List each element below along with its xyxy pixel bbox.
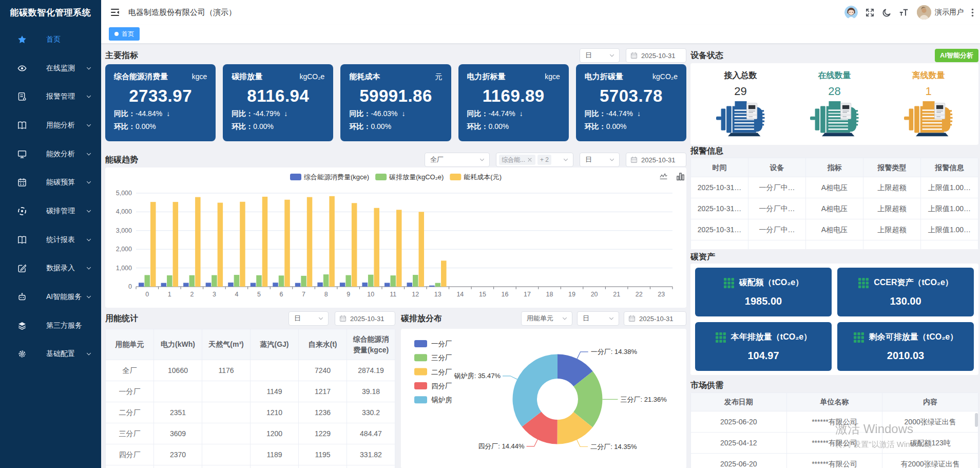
sidebar-item-5[interactable]: 能碳预算 [0, 168, 101, 197]
trend-bar[interactable] [150, 202, 156, 287]
username[interactable]: 演示用户 [935, 8, 964, 17]
trend-bar[interactable] [139, 283, 144, 287]
trend-bar[interactable] [329, 196, 335, 287]
sidebar-item-4[interactable]: 能效分析 [0, 140, 101, 169]
sidebar-item-2[interactable]: 报警管理 [0, 82, 101, 111]
trend-bar[interactable] [189, 275, 195, 287]
trend-bar[interactable] [429, 286, 435, 287]
market-row[interactable]: 2025-06-20******有限公司2000张绿证出售 [691, 411, 978, 433]
trend-bar[interactable] [212, 275, 217, 287]
trend-bar[interactable] [323, 274, 329, 287]
trend-bar[interactable] [301, 276, 306, 287]
more-menu-icon[interactable] [968, 8, 977, 17]
energy-row[interactable]: 全厂10660117672402874.19 [106, 360, 395, 381]
sidebar-item-0[interactable]: 首页 [0, 25, 101, 54]
trend-bar[interactable] [419, 212, 425, 287]
sidebar-item-7[interactable]: 统计报表 [0, 226, 101, 254]
trend-bar[interactable] [307, 197, 313, 287]
trend-bar-chart[interactable]: 01,0002,0003,0004,0005,00001234567891011… [105, 167, 686, 308]
trend-bar[interactable] [240, 202, 245, 287]
trend-bar[interactable] [279, 275, 284, 287]
trend-bar[interactable] [390, 275, 396, 287]
trend-bar[interactable] [173, 202, 179, 287]
menu-fold-icon[interactable] [110, 7, 120, 17]
trend-bar[interactable] [251, 283, 256, 287]
trend-scope-select[interactable]: 全厂 [425, 153, 490, 167]
alarm-row[interactable]: 2025-10-31…一分厂中…A相电压上限超额上限值1.00… [691, 177, 978, 198]
alarm-row[interactable] [691, 240, 978, 250]
trend-metric-multiselect[interactable]: 综合能... + 2 [496, 153, 573, 167]
sidebar-item-10[interactable]: 第三方服务 [0, 311, 101, 340]
trend-bar[interactable] [435, 283, 441, 287]
sidebar-item-label: 数据录入 [46, 264, 86, 273]
energy-row[interactable]: 一分厂1149121739.18 [106, 381, 395, 402]
trend-bar[interactable] [262, 197, 267, 287]
alarm-row[interactable]: 2025-10-31…一分厂中…A相电压上限超额上限值1.00… [691, 198, 978, 219]
energy-row[interactable]: 二分厂235112101236330.2 [106, 402, 395, 423]
trend-bar[interactable] [183, 283, 189, 287]
market-scrollbar[interactable] [975, 413, 978, 427]
trend-bar[interactable] [295, 283, 301, 287]
trend-bar[interactable] [228, 283, 234, 287]
trend-bar[interactable] [256, 275, 262, 287]
trend-bar[interactable] [345, 275, 351, 287]
energy-row[interactable]: 四分厂237011891195331.82 [106, 444, 395, 465]
distribution-unit-select[interactable]: 用能单元 [521, 311, 572, 326]
trend-bar[interactable] [206, 283, 212, 287]
kpi-period-select[interactable]: 日 [580, 48, 620, 63]
close-icon[interactable] [527, 157, 533, 163]
sidebar-item-11[interactable]: 基础配置 [0, 340, 101, 369]
trend-bar[interactable] [396, 210, 402, 287]
donut-slice-锅炉房[interactable] [512, 354, 558, 427]
assistant-avatar[interactable] [844, 6, 858, 19]
alarm-row[interactable]: 2025-10-31…一分厂中…A相电压上限超额上限值1.00… [691, 219, 978, 240]
trend-bar[interactable] [317, 283, 323, 287]
trend-bar[interactable] [195, 197, 201, 287]
trend-bar[interactable] [234, 275, 240, 287]
trend-bar[interactable] [273, 283, 278, 287]
trend-bar[interactable] [374, 208, 379, 287]
dark-mode-icon[interactable] [882, 8, 892, 17]
distribution-date-picker[interactable]: 2025-10-31 [624, 311, 686, 326]
trend-bar[interactable] [167, 275, 172, 287]
trend-bar[interactable] [385, 283, 390, 287]
trend-bar[interactable] [161, 283, 167, 287]
emission-donut-chart[interactable]: 一分厂: 14.38%三分厂: 21.36%二分厂: 14.35%四分厂: 14… [401, 329, 686, 468]
trend-bar[interactable] [441, 260, 447, 287]
trend-bar[interactable] [413, 275, 418, 287]
trend-bar[interactable] [340, 283, 345, 287]
sidebar-item-6[interactable]: 碳排管理 [0, 197, 101, 226]
kpi-card-1: 碳排放量kgCO₂e8116.94同比：-44.79%↓环比：0.00% [223, 64, 333, 141]
trend-bar[interactable] [362, 283, 368, 287]
distribution-period-select[interactable]: 日 [577, 311, 619, 326]
kpi-date-picker[interactable]: 2025-10-31 [626, 48, 686, 63]
font-size-icon[interactable] [899, 8, 909, 17]
svg-text:锅炉房: 锅炉房 [431, 396, 452, 404]
energy-date-picker[interactable]: 2025-10-31 [335, 311, 395, 326]
trend-period-select[interactable]: 日 [580, 153, 620, 167]
svg-text:四分厂: 四分厂 [431, 382, 452, 390]
energy-row[interactable] [106, 465, 395, 468]
trend-bar[interactable] [284, 200, 290, 287]
tab-home[interactable]: 首页 [109, 27, 140, 41]
trend-bar[interactable] [368, 275, 374, 287]
trend-bar[interactable] [407, 283, 413, 287]
trend-bar[interactable] [218, 203, 223, 287]
trend-bar[interactable] [145, 275, 150, 287]
user-avatar[interactable] [917, 5, 931, 20]
ai-analysis-button[interactable]: AI智能分析 [935, 49, 978, 62]
fullscreen-icon[interactable] [865, 8, 875, 17]
sidebar-item-8[interactable]: 数据录入 [0, 254, 101, 283]
bar-chart-toggle-icon[interactable] [676, 172, 685, 181]
sidebar-item-9[interactable]: AI智能服务 [0, 283, 101, 311]
market-row[interactable]: 2025-04-12******有限公司碳配额123吨 [691, 433, 978, 454]
trend-date-picker[interactable]: 2025-10-31 [626, 153, 686, 167]
energy-period-select[interactable]: 日 [289, 311, 329, 326]
sidebar-item-3[interactable]: 用能分析 [0, 111, 101, 140]
line-chart-toggle-icon[interactable] [659, 172, 668, 181]
market-row[interactable]: 2025-06-20******有限公司有2000张绿证出售 [691, 454, 978, 468]
trend-bar[interactable] [352, 203, 357, 287]
sidebar-item-1[interactable]: 在线监测 [0, 54, 101, 83]
energy-row[interactable]: 三分厂360912001229484.47 [106, 423, 395, 444]
chevron-down-icon [86, 65, 92, 71]
